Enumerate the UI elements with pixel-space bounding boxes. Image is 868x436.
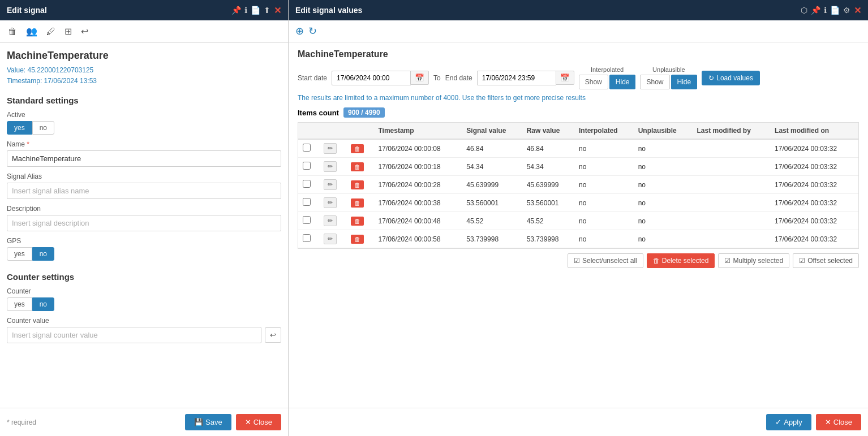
- row-unplausible: no: [634, 158, 693, 176]
- active-no-btn[interactable]: no: [32, 121, 54, 135]
- counter-yes-btn[interactable]: yes: [7, 297, 32, 311]
- row-checkbox[interactable]: [303, 234, 311, 242]
- row-edit-cell[interactable]: ✏: [319, 212, 346, 230]
- end-date-input[interactable]: [477, 71, 556, 85]
- close-icon-right[interactable]: ✕: [854, 5, 861, 16]
- row-edit-cell[interactable]: ✏: [319, 158, 346, 176]
- row-timestamp: 17/06/2024 00:00:08: [373, 139, 462, 158]
- edit-toolbar-btn[interactable]: 🖊: [44, 25, 58, 38]
- row-edit-cell[interactable]: ✏: [319, 176, 346, 194]
- row-delete-cell[interactable]: 🗑: [346, 158, 373, 176]
- interpolated-hide-btn[interactable]: Hide: [609, 75, 636, 89]
- row-interpolated: no: [574, 212, 634, 230]
- unplausible-hide-btn[interactable]: Hide: [671, 75, 698, 89]
- row-edit-btn[interactable]: ✏: [324, 143, 337, 154]
- close-button-left[interactable]: ✕ Close: [236, 414, 281, 430]
- info-icon[interactable]: ℹ: [244, 6, 247, 15]
- row-edit-btn[interactable]: ✏: [324, 197, 337, 208]
- info-icon-right[interactable]: ℹ: [824, 6, 827, 15]
- row-edit-btn[interactable]: ✏: [324, 234, 337, 244]
- close-icon-left[interactable]: ✕: [274, 5, 281, 16]
- interpolated-filter-group: Interpolated Show Hide: [579, 66, 636, 89]
- row-edit-btn[interactable]: ✏: [324, 161, 337, 172]
- row-delete-cell[interactable]: 🗑: [346, 194, 373, 212]
- row-last-modified-on: 17/06/2024 00:03:32: [770, 194, 858, 212]
- counter-no-btn[interactable]: no: [32, 297, 54, 311]
- delete-toolbar-btn[interactable]: 🗑: [6, 25, 19, 38]
- row-delete-btn[interactable]: 🗑: [351, 162, 364, 171]
- tree-toolbar-btn[interactable]: ⊞: [62, 25, 74, 38]
- pin-icon[interactable]: 📌: [231, 6, 241, 15]
- row-checkbox-cell[interactable]: [298, 212, 319, 230]
- pin-icon-right[interactable]: 📌: [811, 6, 820, 15]
- settings-icon-right[interactable]: ⚙: [843, 6, 850, 15]
- row-timestamp: 17/06/2024 00:00:48: [373, 212, 462, 230]
- expand-icon[interactable]: ⬡: [801, 6, 807, 15]
- offset-selected-btn[interactable]: ☑ Offset selected: [793, 253, 859, 268]
- gps-yes-btn[interactable]: yes: [7, 247, 32, 261]
- row-edit-cell[interactable]: ✏: [319, 230, 346, 248]
- row-checkbox[interactable]: [303, 216, 311, 224]
- gps-no-btn[interactable]: no: [32, 247, 54, 261]
- row-checkbox[interactable]: [303, 162, 311, 170]
- row-checkbox[interactable]: [303, 180, 311, 188]
- row-edit-cell[interactable]: ✏: [319, 194, 346, 212]
- add-btn[interactable]: ⊕: [295, 25, 304, 37]
- back-toolbar-btn[interactable]: ↩: [79, 25, 91, 38]
- upload-icon[interactable]: ⬆: [264, 6, 270, 15]
- save-button[interactable]: 💾 Save: [185, 414, 231, 430]
- row-delete-cell[interactable]: 🗑: [346, 139, 373, 158]
- load-values-btn[interactable]: ↻ Load values: [702, 71, 760, 85]
- close-button-right[interactable]: ✕ Close: [816, 414, 861, 430]
- row-interpolated: no: [574, 176, 634, 194]
- counter-arrow-btn[interactable]: ↩: [265, 327, 281, 343]
- row-delete-cell[interactable]: 🗑: [346, 230, 373, 248]
- row-checkbox-cell[interactable]: [298, 194, 319, 212]
- interpolated-show-btn[interactable]: Show: [579, 75, 608, 89]
- row-checkbox-cell[interactable]: [298, 230, 319, 248]
- row-edit-cell[interactable]: ✏: [319, 139, 346, 158]
- row-delete-btn[interactable]: 🗑: [351, 235, 364, 244]
- row-delete-btn[interactable]: 🗑: [351, 217, 364, 226]
- row-checkbox-cell[interactable]: [298, 158, 319, 176]
- start-date-label: Start date: [298, 74, 327, 82]
- row-unplausible: no: [634, 194, 693, 212]
- apply-button[interactable]: ✓ Apply: [766, 414, 811, 430]
- row-unplausible: no: [634, 176, 693, 194]
- row-signal-value: 45.52: [462, 212, 522, 230]
- row-checkbox-cell[interactable]: [298, 139, 319, 158]
- row-delete-cell[interactable]: 🗑: [346, 176, 373, 194]
- col-raw-value: Raw value: [522, 123, 574, 139]
- row-timestamp: 17/06/2024 00:00:18: [373, 158, 462, 176]
- row-checkbox-cell[interactable]: [298, 176, 319, 194]
- active-yes-btn[interactable]: yes: [7, 121, 32, 135]
- row-delete-cell[interactable]: 🗑: [346, 212, 373, 230]
- row-last-modified-by: [692, 176, 770, 194]
- refresh-btn[interactable]: ↻: [308, 25, 317, 37]
- signal-alias-input[interactable]: [7, 183, 281, 199]
- unplausible-show-btn[interactable]: Show: [640, 75, 669, 89]
- row-delete-btn[interactable]: 🗑: [351, 198, 364, 208]
- doc-icon-right[interactable]: 📄: [830, 6, 840, 15]
- start-date-input[interactable]: [332, 71, 411, 85]
- doc-icon[interactable]: 📄: [251, 6, 260, 15]
- row-checkbox[interactable]: [303, 144, 311, 152]
- start-cal-btn[interactable]: 📅: [410, 71, 429, 85]
- row-signal-value: 46.84: [462, 139, 522, 158]
- description-input[interactable]: [7, 215, 281, 231]
- row-edit-btn[interactable]: ✏: [324, 215, 337, 226]
- end-cal-btn[interactable]: 📅: [556, 71, 574, 85]
- delete-selected-btn[interactable]: 🗑 Delete selected: [647, 253, 715, 268]
- check-icon: ✓: [775, 418, 781, 426]
- row-edit-btn[interactable]: ✏: [324, 179, 337, 190]
- name-input[interactable]: [7, 150, 281, 167]
- row-checkbox[interactable]: [303, 198, 311, 206]
- select-all-btn[interactable]: ☑ Select/unselect all: [568, 253, 643, 268]
- items-count-row: Items count 900 / 4990: [298, 107, 859, 118]
- row-delete-btn[interactable]: 🗑: [351, 180, 364, 189]
- row-delete-btn[interactable]: 🗑: [351, 144, 364, 153]
- col-interpolated: Interpolated: [574, 123, 634, 139]
- users-toolbar-btn[interactable]: 👥: [24, 25, 40, 38]
- multiply-selected-btn[interactable]: ☑ Multiply selected: [718, 253, 789, 268]
- counter-value-input[interactable]: [7, 327, 261, 343]
